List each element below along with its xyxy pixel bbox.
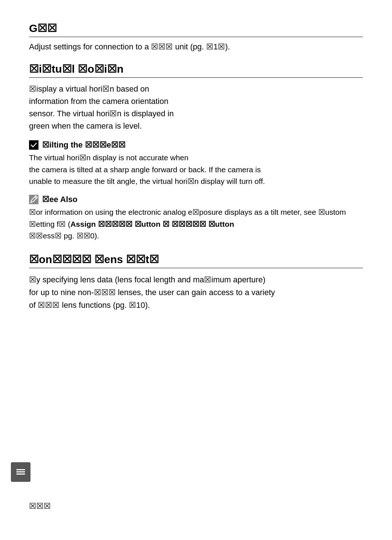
virtual-horizon-title: ☒i☒tu☒l ☒o☒i☒n	[29, 63, 363, 75]
bottom-menu-area	[11, 462, 30, 482]
see-also-note-header: ☒ee Also	[29, 195, 363, 204]
see-also-body: ☒or information on using the electronic …	[29, 206, 363, 242]
non-cpu-divider	[29, 268, 363, 268]
non-cpu-lens-section: ☒on☒☒☒☒ ☒ens ☒☒t☒ ☒y specifying lens dat…	[29, 253, 363, 312]
see-also-title: ☒ee Also	[42, 195, 77, 204]
non-cpu-lens-description: ☒y specifying lens data (lens focal leng…	[29, 273, 363, 312]
svg-rect-1	[16, 469, 25, 470]
tilting-note-title: ☒ilting the ☒☒☒e☒☒	[42, 140, 126, 150]
gps-divider	[29, 37, 363, 37]
see-also-note: ☒ee Also ☒or information on using the el…	[29, 195, 363, 242]
svg-rect-2	[16, 471, 25, 472]
virtual-horizon-divider	[29, 77, 363, 78]
menu-icon[interactable]	[11, 462, 30, 482]
non-cpu-lens-title: ☒on☒☒☒☒ ☒ens ☒☒t☒	[29, 253, 363, 266]
virtual-horizon-description: ☒isplay a virtual hori☒n based on inform…	[29, 83, 363, 132]
virtual-horizon-section: ☒i☒tu☒l ☒o☒i☒n ☒isplay a virtual hori☒n …	[29, 63, 363, 132]
svg-rect-3	[16, 473, 25, 475]
gps-description: Adjust settings for connection to a ☒☒☒ …	[29, 42, 363, 52]
gps-title: G☒☒	[29, 22, 363, 35]
pencil-icon	[29, 195, 38, 204]
tilting-note: ☒ilting the ☒☒☒e☒☒ The virtual hori☒n di…	[29, 140, 363, 188]
checkbox-icon	[29, 140, 38, 150]
see-also-bold: Assign ☒☒☒☒☒ ☒utton ☒ ☒☒☒☒☒ ☒utton	[70, 220, 234, 228]
tilting-note-header: ☒ilting the ☒☒☒e☒☒	[29, 140, 363, 150]
svg-line-0	[35, 197, 36, 198]
tilting-note-body: The virtual hori☒n display is not accura…	[29, 152, 363, 188]
bottom-page-label: ☒☒☒	[29, 501, 51, 511]
gps-section: G☒☒ Adjust settings for connection to a …	[29, 22, 363, 52]
